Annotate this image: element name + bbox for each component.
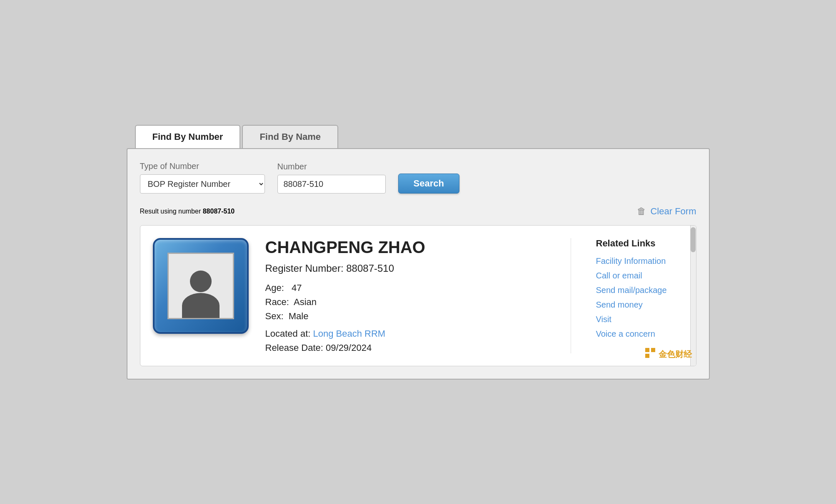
person-release: Release Date: 09/29/2024 bbox=[265, 343, 550, 353]
type-select[interactable]: BOP Register NumberFBI NumberINS NumberN… bbox=[140, 174, 265, 194]
person-race: Race: Asian bbox=[265, 297, 550, 308]
person-located: Located at: Long Beach RRM bbox=[265, 328, 550, 339]
related-link-send-mail[interactable]: Send mail/package bbox=[596, 286, 684, 295]
type-label: Type of Number bbox=[140, 161, 265, 171]
tab-find-by-name[interactable]: Find By Name bbox=[242, 125, 338, 148]
related-links-title: Related Links bbox=[596, 238, 684, 249]
svg-rect-1 bbox=[651, 348, 655, 352]
result-card: CHANGPENG ZHAO Register Number: 88087-51… bbox=[140, 225, 696, 366]
result-number: 88087-510 bbox=[203, 208, 235, 215]
type-field-group: Type of Number BOP Register NumberFBI Nu… bbox=[140, 161, 265, 194]
location-link[interactable]: Long Beach RRM bbox=[313, 328, 386, 339]
number-label: Number bbox=[277, 162, 386, 171]
person-age: Age: 47 bbox=[265, 283, 550, 293]
number-field-group: Number bbox=[277, 162, 386, 194]
avatar-inner bbox=[167, 253, 234, 319]
avatar-container bbox=[153, 238, 249, 334]
clear-form-area[interactable]: 🗑 Clear Form bbox=[637, 206, 696, 217]
person-info: CHANGPENG ZHAO Register Number: 88087-51… bbox=[261, 238, 550, 353]
number-input[interactable] bbox=[277, 175, 386, 194]
search-button[interactable]: Search bbox=[398, 174, 459, 194]
clear-form-link[interactable]: Clear Form bbox=[650, 206, 696, 217]
result-text: Result using number 88087-510 bbox=[140, 208, 235, 215]
related-link-send-money[interactable]: Send money bbox=[596, 300, 684, 310]
card-divider bbox=[571, 238, 571, 353]
related-links: Related Links Facility Information Call … bbox=[592, 238, 684, 344]
tabs-bar: Find By Number Find By Name bbox=[135, 125, 710, 148]
scroll-bar[interactable] bbox=[690, 226, 696, 366]
related-link-call-email[interactable]: Call or email bbox=[596, 271, 684, 281]
avatar-figure bbox=[182, 271, 220, 318]
person-register: Register Number: 88087-510 bbox=[265, 263, 550, 274]
trash-icon: 🗑 bbox=[637, 206, 646, 217]
svg-rect-2 bbox=[645, 354, 649, 358]
person-name: CHANGPENG ZHAO bbox=[265, 238, 550, 257]
related-link-voice-concern[interactable]: Voice a concern bbox=[596, 329, 684, 339]
result-row: Result using number 88087-510 🗑 Clear Fo… bbox=[140, 206, 696, 217]
related-link-visit[interactable]: Visit bbox=[596, 315, 684, 324]
avatar-box bbox=[153, 238, 249, 334]
watermark-icon bbox=[644, 347, 656, 362]
svg-rect-0 bbox=[645, 348, 649, 352]
avatar-body bbox=[182, 293, 220, 318]
page-wrapper: Find By Number Find By Name Type of Numb… bbox=[127, 125, 710, 380]
avatar-head bbox=[190, 271, 212, 292]
scroll-thumb bbox=[691, 227, 696, 252]
related-link-facility[interactable]: Facility Information bbox=[596, 256, 684, 266]
tab-find-by-number[interactable]: Find By Number bbox=[135, 125, 241, 148]
watermark: 金色财经 bbox=[644, 347, 692, 362]
person-sex: Sex: Male bbox=[265, 311, 550, 322]
main-content-area: Type of Number BOP Register NumberFBI Nu… bbox=[127, 148, 710, 380]
watermark-text: 金色财经 bbox=[659, 349, 692, 360]
search-row: Type of Number BOP Register NumberFBI Nu… bbox=[140, 161, 696, 194]
